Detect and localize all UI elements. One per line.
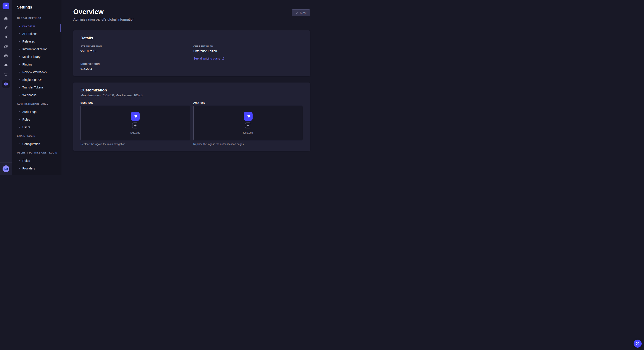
subnav-item-admin-users[interactable]: Users: [12, 123, 61, 131]
main-content: Overview Administration panel’s global i…: [61, 0, 322, 175]
subnav-item-email-configuration[interactable]: Configuration: [12, 140, 61, 148]
subnav-section-global-settings: GLOBAL SETTINGS Overview API Tokens Rele…: [12, 17, 61, 99]
auth-logo-upload: Auth logo logo.png Replace the logo in t…: [193, 101, 303, 146]
app-root: KD Settings GLOBAL SETTINGS Overview API…: [0, 0, 322, 175]
subnav-item-label: Roles: [22, 118, 30, 121]
menu-logo-hint: Replace the logo in the main navigation: [80, 143, 190, 146]
bullet-icon: [19, 26, 20, 26]
plus-icon: [134, 124, 137, 127]
pricing-plans-link-label: See all pricing plans: [193, 57, 220, 60]
bullet-icon: [19, 41, 20, 42]
bullet-icon: [19, 168, 20, 169]
subnav-item-label: Providers: [22, 167, 35, 170]
subnav-item-review-workflows[interactable]: Review Workflows: [12, 68, 61, 76]
bullet-icon: [19, 160, 20, 161]
subnav-item-audit-logs[interactable]: Audit Logs: [12, 108, 61, 116]
customization-card-title: Customization: [80, 88, 303, 93]
auth-logo-dropzone[interactable]: logo.png: [193, 106, 303, 140]
send-icon[interactable]: [2, 33, 10, 41]
strapi-version-label: STRAPI VERSION: [80, 45, 190, 48]
menu-logo-add-button[interactable]: [132, 123, 138, 128]
subnav-item-label: Single Sign-On: [22, 78, 42, 81]
subnav-item-label: Releases: [22, 40, 35, 43]
strapi-logo-icon: [245, 114, 251, 119]
bullet-icon: [19, 64, 20, 65]
layout-icon[interactable]: [2, 52, 10, 60]
section-title: USERS & PERMISSIONS PLUGIN: [17, 151, 61, 154]
subnav-title: Settings: [17, 5, 61, 9]
auth-logo-hint: Replace the logo in the authentication p…: [193, 143, 303, 146]
details-card: Details STRAPI VERSION v5.0.0-rc.19 NODE…: [73, 30, 310, 76]
section-title: ADMINISTRATION PANEL: [17, 103, 61, 105]
subnav-section-administration-panel: ADMINISTRATION PANEL Audit Logs Roles Us…: [12, 103, 61, 131]
rail-footer: KD: [0, 163, 12, 175]
subnav-item-media-library[interactable]: Media Library: [12, 53, 61, 61]
feather-icon[interactable]: [2, 24, 10, 32]
customization-card: Customization Max dimension: 750×750, Ma…: [73, 82, 310, 151]
strapi-version-value: v5.0.0-rc.19: [80, 49, 190, 53]
subnav-item-up-providers[interactable]: Providers: [12, 165, 61, 172]
section-title: EMAIL PLUGIN: [17, 135, 61, 137]
cart-icon[interactable]: [2, 71, 10, 78]
bullet-icon: [19, 111, 20, 112]
images-icon[interactable]: [2, 42, 10, 50]
node-version-label: NODE VERSION: [80, 63, 190, 65]
bullet-icon: [19, 33, 20, 34]
subnav-item-label: API Tokens: [22, 32, 38, 35]
bullet-icon: [19, 87, 20, 88]
subnav-item-overview[interactable]: Overview: [12, 22, 61, 30]
gear-icon[interactable]: [2, 80, 10, 88]
bullet-icon: [19, 72, 20, 72]
subnav-item-label: Roles: [22, 159, 30, 163]
subnav-item-internationalization[interactable]: Internationalization: [12, 45, 61, 53]
main-nav-rail: KD: [0, 0, 12, 175]
external-link-icon: [222, 57, 224, 60]
bullet-icon: [19, 56, 20, 57]
check-icon: [296, 12, 298, 14]
cloud-icon[interactable]: [2, 61, 10, 69]
subnav-item-label: Media Library: [22, 55, 40, 58]
save-button[interactable]: Save: [292, 9, 310, 16]
subnav-item-single-sign-on[interactable]: Single Sign-On: [12, 76, 61, 84]
strapi-version-field: STRAPI VERSION v5.0.0-rc.19: [80, 45, 190, 53]
subnav-item-webhooks[interactable]: Webhooks: [12, 91, 61, 99]
bullet-icon: [19, 127, 20, 128]
subnav-item-admin-roles[interactable]: Roles: [12, 116, 61, 123]
auth-logo-preview: [244, 112, 252, 121]
subnav-item-label: Overview: [22, 24, 35, 28]
bullet-icon: [19, 144, 20, 144]
subnav-item-releases[interactable]: Releases: [12, 38, 61, 45]
subnav-item-label: Plugins: [22, 63, 32, 66]
home-icon[interactable]: [2, 14, 10, 22]
plus-icon: [246, 124, 250, 127]
subnav-section-email-plugin: EMAIL PLUGIN Configuration: [12, 135, 61, 148]
subnav-item-plugins[interactable]: Plugins: [12, 61, 61, 68]
bullet-icon: [19, 79, 20, 80]
subnav-item-up-roles[interactable]: Roles: [12, 157, 61, 165]
subnav-item-label: Audit Logs: [22, 110, 36, 114]
subnav-rule: [17, 13, 22, 13]
node-version-value: v18.20.3: [80, 67, 190, 71]
auth-logo-add-button[interactable]: [245, 123, 251, 128]
menu-logo-dropzone[interactable]: logo.png: [80, 106, 190, 140]
subnav-item-label: Webhooks: [22, 93, 36, 97]
menu-logo-label: Menu logo: [80, 101, 190, 104]
bullet-icon: [19, 95, 20, 95]
rail-divider-bottom: [0, 163, 12, 163]
subnav-item-api-tokens[interactable]: API Tokens: [12, 30, 61, 38]
pricing-plans-link[interactable]: See all pricing plans: [193, 57, 224, 60]
node-version-field: NODE VERSION v18.20.3: [80, 63, 190, 71]
details-right-column: CURRENT PLAN Enterprise Edition See all …: [193, 45, 303, 71]
page-title: Overview: [73, 8, 310, 16]
bullet-icon: [19, 49, 20, 49]
auth-logo-label: Auth logo: [193, 101, 303, 104]
subnav-item-transfer-tokens[interactable]: Transfer Tokens: [12, 84, 61, 91]
strapi-logo[interactable]: [2, 2, 9, 9]
user-avatar[interactable]: KD: [2, 166, 9, 172]
settings-subnav: Settings GLOBAL SETTINGS Overview API To…: [12, 0, 61, 175]
current-plan-value: Enterprise Edition: [193, 49, 303, 53]
strapi-logo-icon: [132, 114, 138, 119]
subnav-item-label: Transfer Tokens: [22, 86, 44, 89]
current-plan-field: CURRENT PLAN Enterprise Edition: [193, 45, 303, 53]
section-title: GLOBAL SETTINGS: [17, 17, 61, 19]
